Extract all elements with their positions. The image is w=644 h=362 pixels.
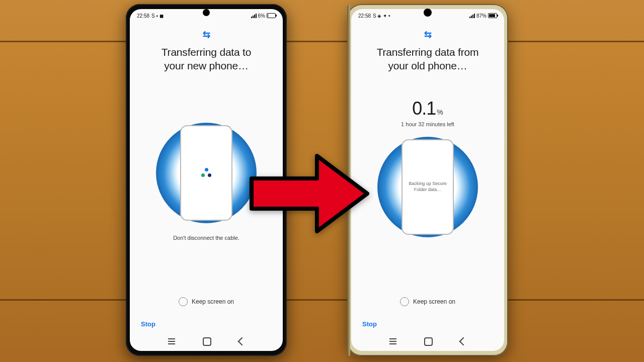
- desk-background: 22:58 S ▪ ◼ 6% ⇆ Transferring data to yo…: [0, 0, 644, 362]
- screen-new: 22:58 S ◈ ✦ • 87% ⇆ Transferring data fr…: [351, 9, 504, 351]
- checkbox-label: Keep screen on: [192, 298, 234, 305]
- wifi-signal-icon: [251, 14, 257, 18]
- transfer-graphic: [153, 120, 259, 226]
- battery-icon: [267, 13, 276, 18]
- battery-icon: [488, 13, 497, 18]
- checkbox-circle-icon: [400, 297, 409, 306]
- wood-seam: [0, 41, 644, 42]
- wifi-signal-icon: [469, 14, 475, 18]
- transfer-arrows-icon: ⇆: [203, 29, 210, 40]
- wood-seam: [0, 299, 644, 301]
- page-title: Transferring data to your new phone…: [162, 45, 251, 73]
- nav-recents-icon[interactable]: [168, 341, 175, 342]
- content-area: ⇆ Transferring data from your old phone……: [351, 22, 504, 351]
- time-remaining: 1 hour 32 minutes left: [401, 121, 454, 127]
- bottom-area: Keep screen on Stop: [360, 288, 495, 351]
- transfer-arrows-icon: ⇆: [424, 29, 432, 40]
- stop-button[interactable]: Stop: [360, 320, 495, 333]
- nav-home-icon[interactable]: [203, 337, 211, 346]
- navigation-bar: [139, 333, 274, 351]
- loading-dots-icon: [200, 167, 212, 179]
- bottom-area: Keep screen on Stop: [139, 288, 274, 351]
- keep-screen-on-checkbox[interactable]: Keep screen on: [139, 297, 274, 306]
- hint-text: Don't disconnect the cable.: [173, 235, 239, 241]
- battery-percent: 87%: [476, 13, 487, 19]
- checkbox-circle-icon: [179, 297, 188, 306]
- progress-percent-unit: %: [437, 108, 443, 116]
- nav-home-icon[interactable]: [424, 337, 433, 346]
- transfer-graphic: Backing up Secure Folder data…: [375, 134, 480, 240]
- navigation-bar: [360, 333, 495, 351]
- status-time: 22:58: [137, 13, 149, 19]
- checkbox-label: Keep screen on: [413, 298, 455, 305]
- nav-recents-icon[interactable]: [389, 341, 396, 342]
- status-time: 22:58: [358, 13, 371, 19]
- stop-button[interactable]: Stop: [139, 320, 274, 333]
- status-indicators: S ▪ ◼: [151, 13, 164, 19]
- keep-screen-on-checkbox[interactable]: Keep screen on: [360, 297, 495, 306]
- progress-percent: 0.1: [412, 98, 436, 119]
- phone-outline-icon: [180, 125, 232, 221]
- camera-punch-hole: [424, 9, 432, 17]
- nav-back-icon[interactable]: [459, 337, 467, 346]
- status-indicators: S ◈ ✦ •: [373, 13, 390, 19]
- phone-outline-icon: Backing up Secure Folder data…: [401, 139, 454, 235]
- backup-status-text: Backing up Secure Folder data…: [403, 181, 453, 193]
- arrow-overlay-icon: [247, 151, 372, 236]
- page-title: Transferring data from your old phone…: [377, 45, 479, 73]
- progress-block: 0.1% 1 hour 32 minutes left: [401, 98, 454, 127]
- camera-punch-hole: [203, 9, 210, 16]
- nav-back-icon[interactable]: [237, 337, 246, 346]
- battery-percent: 6%: [258, 13, 265, 19]
